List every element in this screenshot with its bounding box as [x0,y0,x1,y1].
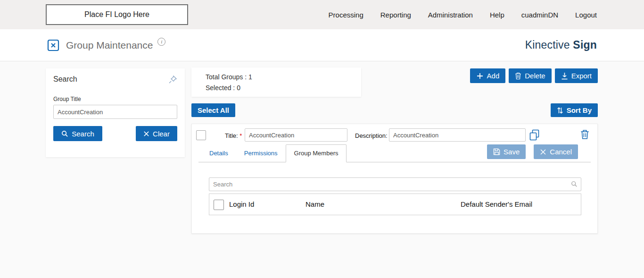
group-title-input[interactable] [53,105,177,119]
brand-bold: Sign [573,39,597,51]
description-label: Description: * [355,132,391,139]
nav-username[interactable]: cuadminDN [521,11,558,19]
members-search [209,177,581,191]
export-button-label: Export [571,72,592,80]
save-icon [493,148,500,155]
nav-reporting[interactable]: Reporting [380,11,411,19]
sort-by-label: Sort By [567,106,592,114]
members-table-header: Login Id Name Default Sender's Email [209,194,581,215]
summary-panel: Total Groups : 1 Selected : 0 [191,67,361,97]
content-area: Search Group Title Search [0,61,644,278]
description-label-text: Description: [355,132,388,139]
delete-button[interactable]: Delete [509,68,551,83]
brand-logo: Kinective Sign [525,39,597,51]
row-trash-icon[interactable] [580,129,589,140]
group-title-label: Group Title [53,96,177,102]
save-button-label: Save [504,148,520,156]
nav-administration[interactable]: Administration [428,11,473,19]
members-search-icon[interactable] [571,181,578,187]
page-header: Group Maintenance i Kinective Sign [0,29,644,61]
add-button[interactable]: Add [470,68,506,83]
tab-permissions[interactable]: Permissions [236,145,286,162]
top-bar: Place FI Logo Here Processing Reporting … [0,0,644,29]
title-required-marker: * [239,132,242,139]
column-login-id: Login Id [229,200,254,208]
title-label-text: Title: [225,132,238,139]
fi-logo-placeholder: Place FI Logo Here [46,4,188,25]
cancel-button[interactable]: Cancel [534,144,578,159]
cancel-x-icon [540,149,546,155]
copy-icon[interactable] [528,129,540,142]
sort-icon [557,107,563,114]
members-search-input[interactable] [209,177,581,191]
x-icon [143,131,149,137]
title-label: Title: * [225,132,242,139]
search-panel: Search Group Title Search [46,68,185,157]
search-button-label: Search [72,130,94,138]
tab-group-members[interactable]: Group Members [286,144,347,162]
clear-button-label: Clear [153,130,170,138]
pin-icon[interactable] [168,75,177,84]
download-icon [561,72,568,80]
search-icon [61,130,68,137]
group-maintenance-icon [47,39,59,51]
info-icon[interactable]: i [157,38,165,46]
nav-help[interactable]: Help [490,11,504,19]
nav-processing[interactable]: Processing [329,11,363,19]
search-button[interactable]: Search [53,126,102,141]
nav-logout[interactable]: Logout [575,11,597,19]
cancel-button-label: Cancel [550,148,572,156]
save-button[interactable]: Save [487,144,526,159]
page-title: Group Maintenance [66,40,153,51]
plus-icon [476,72,484,80]
title-input[interactable] [245,128,347,142]
brand-regular: Kinective [525,39,570,51]
group-row: Title: * Description: * Details Permissi… [191,124,598,234]
clear-button[interactable]: Clear [136,126,177,141]
fi-logo-text: Place FI Logo Here [84,10,149,19]
group-row-checkbox[interactable] [196,130,206,140]
members-select-all-checkbox[interactable] [214,200,224,210]
select-all-button[interactable]: Select All [191,103,235,117]
save-cancel-buttons: Save Cancel [487,144,578,159]
description-input[interactable] [389,128,526,142]
group-actions: Add Delete Export [470,68,598,83]
top-nav: Processing Reporting Administration Help… [329,11,597,19]
tab-details[interactable]: Details [201,145,236,162]
add-button-label: Add [487,72,500,80]
column-name: Name [305,200,324,208]
selected-count-text: Selected : 0 [206,83,361,93]
search-panel-title: Search [53,75,77,84]
sort-by-button[interactable]: Sort By [551,103,598,117]
column-default-senders-email: Default Sender's Email [461,200,532,208]
total-groups-text: Total Groups : 1 [206,72,361,83]
export-button[interactable]: Export [555,68,598,83]
delete-button-label: Delete [525,72,545,80]
select-all-label: Select All [198,106,229,114]
trash-icon [515,72,521,80]
